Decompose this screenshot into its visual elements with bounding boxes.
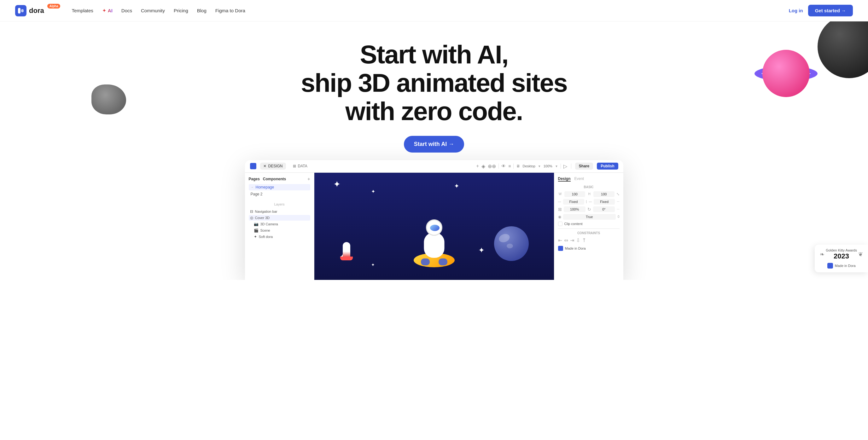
- award-text-block: Golden Kitty Awards 2023: [826, 248, 857, 260]
- layer-scene[interactable]: 🎬 Scene: [249, 227, 310, 233]
- golden-kitty-year: 2023: [826, 252, 857, 260]
- opacity-rotation-row: ⊠ 100% ↻ 0° ···: [558, 207, 620, 212]
- link-icon: ⤡: [616, 192, 620, 196]
- logo[interactable]: dora Alpha: [15, 5, 60, 17]
- align-left-icon[interactable]: ⇤: [558, 237, 562, 243]
- constraints-title: Constraints: [558, 231, 620, 235]
- share-button[interactable]: Share: [575, 163, 593, 169]
- sparkle-2: ✦: [371, 188, 375, 194]
- publish-button[interactable]: Publish: [597, 163, 618, 169]
- gk-logo-mini: [827, 263, 833, 269]
- fixed-row: — Fixed | — Fixed ···: [558, 199, 620, 205]
- width-height-row: W 100 H 100 ⤡: [558, 191, 620, 197]
- hero-title: Start with AI, ship 3D animated sites wi…: [12, 40, 856, 126]
- divider-icon: |: [586, 200, 587, 203]
- height-input[interactable]: 100: [593, 191, 615, 197]
- editor-toolbar: ✕ DESIGN ⊞ DATA + ◈ ⊕⊕ 👁 ≡ 🖥 Desktop ▼ 1…: [245, 160, 623, 173]
- editor-canvas: ✦ ✦ ✦ ✦ ✦ ✦: [314, 173, 554, 280]
- pages-header: Pages Components +: [249, 177, 310, 182]
- visible-icon: ◉: [558, 215, 561, 219]
- hero-cta-button[interactable]: Start with AI →: [404, 136, 464, 153]
- svg-rect-0: [18, 8, 21, 13]
- align-bottom-icon[interactable]: ⇩: [576, 237, 580, 243]
- sparkle-5: ✦: [454, 182, 459, 190]
- editor-logo-icon: [250, 163, 256, 169]
- login-button[interactable]: Log in: [789, 8, 803, 13]
- basic-section-title: Basic: [558, 185, 620, 189]
- nav-templates[interactable]: Templates: [71, 8, 93, 13]
- width-input[interactable]: 100: [564, 191, 586, 197]
- align-right-icon[interactable]: ⇥: [570, 237, 574, 243]
- layer-nav-bar[interactable]: ⊟ Navigation bar: [249, 209, 310, 214]
- device-label[interactable]: Desktop: [522, 164, 535, 168]
- clip-checkbox[interactable]: [558, 222, 562, 226]
- clip-label: Clip content: [564, 222, 583, 226]
- ai-sparkle-icon: ✦: [102, 7, 106, 13]
- gk-made-in-label: Made in Dora: [835, 264, 856, 268]
- alpha-badge: Alpha: [47, 4, 61, 8]
- layers-title: Layers: [249, 202, 310, 206]
- screen-icon: 🖥: [516, 164, 520, 168]
- editor-sidebar-right: Design Event Basic W 100 H 100 ⤡ — Fixed…: [554, 173, 623, 280]
- add-icon[interactable]: +: [476, 163, 479, 169]
- minus-icon-2: —: [589, 200, 592, 203]
- nav-links: Templates ✦ AI Docs Community Pricing Bl…: [71, 7, 245, 13]
- nav-right: Log in Get started →: [789, 5, 853, 17]
- sparkle-1: ✦: [333, 179, 341, 189]
- nav-pricing[interactable]: Pricing: [174, 8, 188, 13]
- editor-tab-data[interactable]: ⊞ DATA: [290, 163, 311, 169]
- soft-dora-layer-icon: ✦: [254, 234, 257, 239]
- nav-blog[interactable]: Blog: [197, 8, 207, 13]
- rotation-input[interactable]: 0°: [593, 207, 615, 212]
- nav-figma[interactable]: Figma to Dora: [215, 8, 245, 13]
- nav-docs[interactable]: Docs: [121, 8, 132, 13]
- page-homepage[interactable]: → Homepage: [249, 184, 310, 190]
- toolbar-center: + ◈ ⊕⊕ 👁 ≡ 🖥 Desktop ▼ 100% ▼ ▷: [476, 163, 567, 169]
- minus-icon-1: —: [558, 200, 561, 203]
- component-icon: ◈: [482, 163, 485, 169]
- layer-cover-3d[interactable]: ◎ Cover 3D: [249, 215, 310, 221]
- data-icon: ⊞: [293, 164, 296, 168]
- dots-icon-2: ···: [617, 208, 619, 211]
- true-row: ◉ True 0: [558, 214, 620, 220]
- navbar: dora Alpha Templates ✦ AI Docs Community…: [0, 0, 868, 22]
- fixed-w-input[interactable]: Fixed: [563, 199, 584, 205]
- w-label: W: [558, 192, 562, 196]
- editor-sidebar-left: Pages Components + → Homepage Page 2 Lay…: [245, 173, 314, 280]
- h-label: H: [587, 192, 591, 196]
- golden-kitty-award-text: Golden Kitty Awards: [826, 248, 857, 252]
- chevron-down-icon: ▼: [538, 164, 541, 168]
- brand-name: dora: [29, 7, 44, 15]
- add-page-button[interactable]: +: [307, 177, 310, 182]
- panel-tab-design[interactable]: Design: [558, 177, 571, 182]
- align-middle-icon[interactable]: ⤒: [582, 237, 586, 243]
- layer-soft-dora[interactable]: ✦ Soft dora: [249, 234, 310, 240]
- nav-community[interactable]: Community: [141, 8, 165, 13]
- dora-mini-logo: [558, 246, 563, 251]
- layer-3d-camera[interactable]: 📷 3D Camera: [249, 221, 310, 227]
- panel-tab-event[interactable]: Event: [575, 177, 584, 182]
- page-2[interactable]: Page 2: [249, 191, 310, 197]
- nav-ai[interactable]: ✦ AI: [102, 7, 113, 13]
- zoom-level[interactable]: 100%: [544, 164, 552, 168]
- golden-kitty-badge: ❧ Golden Kitty Awards 2023 ❦ Made in Dor…: [815, 245, 868, 272]
- editor-tab-design[interactable]: ✕ DESIGN: [260, 163, 286, 169]
- hero-section: Start with AI, ship 3D animated sites wi…: [0, 22, 868, 280]
- layout-icon: ≡: [508, 164, 511, 169]
- play-icon[interactable]: ▷: [563, 163, 567, 169]
- made-in-dora-badge: Made in Dora: [558, 246, 620, 251]
- made-in-label: Made in Dora: [565, 247, 586, 250]
- sparkle-4: ✦: [371, 262, 375, 267]
- logo-icon: [15, 5, 27, 17]
- opacity-input[interactable]: 100%: [564, 207, 586, 212]
- canvas-rocket: [343, 242, 350, 258]
- rotation-icon: ↻: [587, 207, 591, 212]
- nav-left: dora Alpha Templates ✦ AI Docs Community…: [15, 5, 245, 17]
- align-center-h-icon[interactable]: ⇔: [564, 237, 568, 243]
- fixed-h-input[interactable]: Fixed: [594, 199, 615, 205]
- get-started-button[interactable]: Get started →: [808, 5, 853, 17]
- editor-preview: ✕ DESIGN ⊞ DATA + ◈ ⊕⊕ 👁 ≡ 🖥 Desktop ▼ 1…: [245, 160, 623, 280]
- true-input[interactable]: True: [563, 214, 616, 220]
- zoom-chevron-icon: ▼: [555, 164, 558, 168]
- nav-bar-layer-icon: ⊟: [250, 209, 253, 214]
